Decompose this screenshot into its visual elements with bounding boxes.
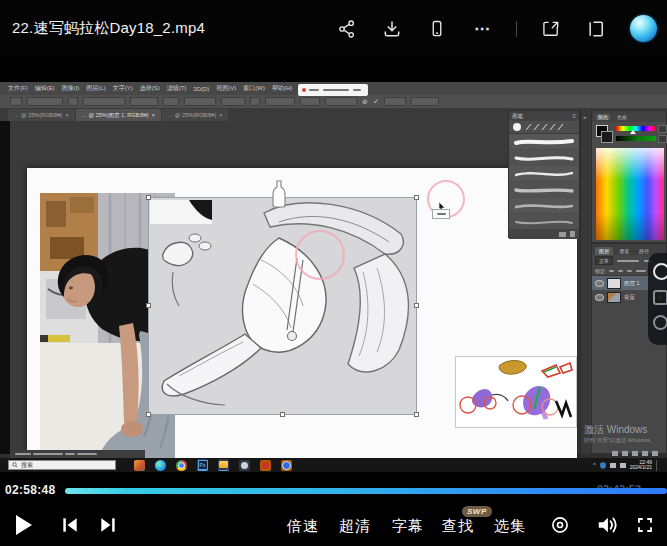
speed-button[interactable]: 倍速 xyxy=(287,517,319,536)
progress-bar[interactable] xyxy=(65,488,667,494)
hue-value-box[interactable] xyxy=(658,125,667,133)
ps-menu-edit[interactable]: 编辑(E) xyxy=(35,84,55,93)
tab-close-icon[interactable]: × xyxy=(65,112,68,118)
header-divider xyxy=(516,21,517,37)
transform-handle[interactable] xyxy=(414,195,419,200)
tab-close-icon[interactable]: × xyxy=(219,112,222,118)
quality-button[interactable]: 超清 xyxy=(339,517,371,536)
subtitles-button[interactable]: 字幕 xyxy=(392,517,424,536)
ps-menu-image[interactable]: 图像(I) xyxy=(62,84,80,93)
previous-button[interactable] xyxy=(58,513,82,537)
brush-preset[interactable] xyxy=(509,182,579,197)
widget-ring-icon[interactable] xyxy=(653,263,667,280)
taskbar-clock[interactable]: 22:49 2024/1/21 xyxy=(630,460,652,470)
ps-doc-tab[interactable]: … @ 25%(RGB/8#)× xyxy=(8,109,75,121)
green-value-box[interactable] xyxy=(658,135,667,143)
layer-thumbnail[interactable] xyxy=(607,292,621,303)
taskbar-chrome-icon[interactable] xyxy=(176,460,187,471)
ps-menu-filter[interactable]: 滤镜(T) xyxy=(167,84,187,93)
blend-mode-select[interactable]: 正常 xyxy=(595,256,613,265)
next-button[interactable] xyxy=(96,513,120,537)
background-color-swatch[interactable] xyxy=(601,131,613,143)
tray-expand-icon[interactable]: ^ xyxy=(593,462,596,468)
current-time-label: 02:58:48 xyxy=(5,483,55,497)
record-circle-icon[interactable] xyxy=(548,513,572,537)
transform-handle[interactable] xyxy=(280,412,285,417)
brush-preset[interactable] xyxy=(509,134,579,149)
activate-windows-watermark: 激活 Windows 转到“设置”以激活 Windows。 xyxy=(584,423,656,444)
delete-brush-icon[interactable] xyxy=(570,231,575,237)
layer-visibility-icon[interactable] xyxy=(595,280,604,287)
hue-slider-thumb[interactable] xyxy=(630,130,636,134)
tray-network-icon[interactable] xyxy=(610,463,616,468)
taskbar-explorer-icon[interactable] xyxy=(218,459,229,471)
tab-swatches[interactable]: 色板 xyxy=(615,114,629,120)
taskbar-search-box[interactable]: 搜索 xyxy=(8,460,116,470)
widget-circle-icon[interactable] xyxy=(653,315,667,330)
ps-menu-select[interactable]: 选择(S) xyxy=(140,84,160,93)
video-frame[interactable]: 文件(F) 编辑(E) 图像(I) 图层(L) 文字(Y) 选择(S) 滤镜(T… xyxy=(0,82,667,472)
defender-shield-icon[interactable] xyxy=(600,462,606,469)
brush-preset[interactable] xyxy=(509,166,579,181)
ps-menu-layer[interactable]: 图层(L) xyxy=(86,84,105,93)
color-picker-field[interactable] xyxy=(596,148,664,240)
panel-menu-icon[interactable]: ≡ xyxy=(572,113,576,119)
tab-paths[interactable]: 路径 xyxy=(635,247,653,255)
more-icon[interactable]: ⋯ xyxy=(471,18,493,40)
mini-window-icon[interactable] xyxy=(585,18,607,40)
tab-channels[interactable]: 通道 xyxy=(615,247,633,255)
brush-preset[interactable] xyxy=(509,150,579,165)
transform-handle[interactable] xyxy=(146,412,151,417)
episodes-button[interactable]: 选集 xyxy=(494,517,526,536)
transform-selection[interactable] xyxy=(149,198,416,414)
share-icon[interactable] xyxy=(336,18,358,40)
ps-menu-window[interactable]: 窗口(W) xyxy=(243,84,265,93)
layer-thumbnail[interactable] xyxy=(607,278,621,289)
tray-volume-icon[interactable] xyxy=(620,463,626,468)
show-desktop-button[interactable] xyxy=(656,460,661,471)
transform-handle[interactable] xyxy=(146,303,151,308)
tab-color[interactable]: 颜色 xyxy=(596,114,610,120)
brush-tip-round[interactable] xyxy=(513,123,521,131)
layer-visibility-icon[interactable] xyxy=(595,294,604,301)
ps-menu-view[interactable]: 视图(V) xyxy=(216,84,236,93)
taskbar-contacts-icon[interactable] xyxy=(239,460,250,471)
taskbar-app-red-icon[interactable] xyxy=(260,460,271,471)
ps-menu-file[interactable]: 文件(F) xyxy=(8,84,28,93)
widget-square-icon[interactable] xyxy=(653,290,667,305)
user-avatar[interactable] xyxy=(630,15,657,42)
transform-handle[interactable] xyxy=(146,195,151,200)
ps-doc-tab-active[interactable]: … @ 25%(图层 1, RGB/8#)× xyxy=(76,109,161,121)
tab-close-icon[interactable]: × xyxy=(152,112,155,118)
taskbar-weather-icon[interactable] xyxy=(134,460,145,471)
phone-mirror-icon[interactable] xyxy=(426,18,448,40)
swp-badge: SWP xyxy=(462,506,492,517)
taskbar-app-photoshop-icon[interactable]: Ps xyxy=(197,459,208,471)
ps-doc-tab[interactable]: … @ 25%(RGB/8#)× xyxy=(162,109,229,121)
hue-slider[interactable] xyxy=(616,126,656,131)
ps-menu-type[interactable]: 文字(Y) xyxy=(113,84,133,93)
options-cancel-icon[interactable]: ⊘ xyxy=(362,98,368,105)
volume-icon[interactable] xyxy=(595,513,619,537)
download-icon[interactable] xyxy=(381,18,403,40)
taskbar-edge-icon[interactable] xyxy=(155,460,166,471)
transform-handle[interactable] xyxy=(414,412,419,417)
transform-handle[interactable] xyxy=(414,303,419,308)
tab-layers[interactable]: 图层 xyxy=(595,247,613,255)
brush-preset[interactable] xyxy=(509,214,579,229)
ps-menu-help[interactable]: 帮助(H) xyxy=(272,84,292,93)
find-button[interactable]: 查找 xyxy=(442,517,474,536)
collapse-panels-icon[interactable]: » xyxy=(583,114,586,120)
header-actions: ⋯ xyxy=(336,0,657,57)
floating-tool-widget[interactable] xyxy=(648,253,667,345)
fullscreen-icon[interactable] xyxy=(633,513,657,537)
green-slider[interactable] xyxy=(616,136,656,141)
brush-preset[interactable] xyxy=(509,198,579,213)
screenshot-icon[interactable] xyxy=(540,18,562,40)
brushes-panel-title: 画笔 xyxy=(512,113,523,120)
taskbar-app-blue-icon[interactable] xyxy=(281,460,292,471)
options-commit-icon[interactable]: ✓ xyxy=(373,98,379,105)
ps-menu-3d[interactable]: 3D(D) xyxy=(193,86,209,92)
new-brush-icon[interactable] xyxy=(559,232,566,237)
play-button[interactable] xyxy=(12,513,36,537)
